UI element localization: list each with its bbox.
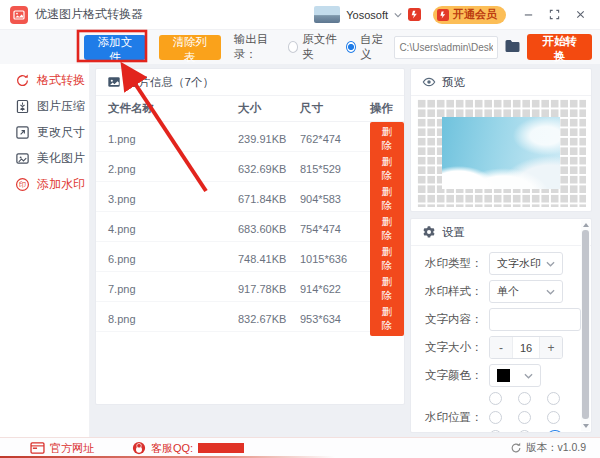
vip-button[interactable]: 开通会员 [433,6,506,24]
settings-title: 设置 [442,225,465,240]
chevron-down-icon[interactable] [394,12,402,18]
minus-button[interactable]: - [490,337,512,358]
plus-button[interactable]: + [540,337,562,358]
watermark-style-select[interactable]: 单个 [489,280,563,303]
delete-button[interactable]: 删除 [370,302,404,336]
clear-list-button[interactable]: 清除列表 [159,35,221,60]
scrollbar-thumb[interactable] [582,230,589,419]
sidebar-item-beautify-image[interactable]: 美化图片 [0,145,89,171]
settings-header: 设置 [411,219,591,246]
file-rows: 1.png239.91KB762*474删除2.png632.69KB815*5… [96,122,404,332]
qq-icon [132,441,146,455]
start-convert-button[interactable]: 开始转换 [527,34,592,60]
file-name: 4.png [108,223,238,235]
sidebar-item-label: 更改尺寸 [37,124,85,141]
watermark-text-label: 文字内容： [425,312,489,327]
font-color-label: 文字颜色： [425,368,489,383]
svg-text:印: 印 [19,181,26,188]
version-info: 版本：v1.0.9 [510,441,586,455]
delete-button[interactable]: 删除 [370,272,404,306]
delete-button[interactable]: 删除 [370,152,404,186]
browser-icon [30,442,45,454]
col-dimensions: 尺寸 [300,101,370,116]
watermark-position-radio-0[interactable] [489,392,502,405]
redacted-qq-number [198,443,244,453]
support-qq: 客服QQ: [132,441,244,456]
radio-custom-folder[interactable]: 自定义 [346,32,388,62]
sidebar-item-resize[interactable]: 更改尺寸 [0,119,89,145]
watermark-position-radio-6[interactable] [489,430,502,433]
delete-button[interactable]: 删除 [370,212,404,246]
app-window: 优速图片格式转换器 Yososoft 开通会员 [0,0,600,458]
refresh-icon[interactable] [510,442,522,454]
username: Yososoft [346,9,388,21]
sidebar-item-label: 添加水印 [37,176,85,193]
watermark-position-radio-7[interactable] [518,430,531,433]
delete-button[interactable]: 删除 [370,242,404,276]
delete-button[interactable]: 删除 [370,122,404,156]
preview-header: 预览 [411,69,591,96]
radio-circle-checked [346,41,356,53]
table-row: 1.png239.91KB762*474删除 [96,122,404,152]
col-filename: 文件名称 [108,101,238,116]
file-size: 832.67KB [238,313,300,325]
table-row: 4.png683.60KB754*474删除 [96,212,404,242]
font-color-select[interactable] [489,364,541,387]
sidebar-item-image-compress[interactable]: 图片压缩 [0,93,89,119]
sidebar-item-watermark-stamp[interactable]: 印添加水印 [0,171,89,197]
file-panel-header: 图片信息（7个） [96,69,404,96]
file-dimensions: 754*474 [300,223,370,235]
avatar[interactable] [314,6,340,23]
maximize-button[interactable] [544,5,564,25]
sidebar: 格式转换图片压缩更改尺寸美化图片印添加水印 [0,64,90,437]
minimize-button[interactable] [518,5,538,25]
add-files-button[interactable]: 添加文件 [84,35,146,60]
file-name: 7.png [108,283,238,295]
close-button[interactable] [570,5,590,25]
watermark-type-select[interactable]: 文字水印 [489,252,563,275]
radio-original-folder[interactable]: 原文件夹 [288,32,340,62]
format-convert-icon [15,73,30,88]
table-header: 文件名称 大小 尺寸 操作 [96,96,404,122]
watermark-type-label: 水印类型： [425,256,489,271]
scroll-up-icon[interactable] [583,223,589,227]
vip-icon [437,9,449,21]
watermark-position-radio-3[interactable] [489,411,502,424]
watermark-position-radio-4[interactable] [518,411,531,424]
file-dimensions: 762*474 [300,133,370,145]
watermark-stamp-icon: 印 [15,177,30,192]
file-size: 683.60KB [238,223,300,235]
file-dimensions: 953*634 [300,313,370,325]
radio-circle [288,41,298,53]
scroll-down-icon[interactable] [583,424,589,428]
output-path-input[interactable] [394,36,498,59]
sidebar-item-label: 图片压缩 [37,98,85,115]
folder-icon[interactable] [504,39,521,55]
watermark-position-radio-5[interactable] [547,411,560,424]
file-size: 748.41KB [238,253,300,265]
toolbar: 添加文件 清除列表 输出目录： 原文件夹 自定义 开始转换 [0,30,600,64]
watermark-text-input[interactable] [489,308,581,331]
watermark-position-label: 水印位置： [425,410,489,425]
col-actions: 操作 [370,101,404,116]
sidebar-item-format-convert[interactable]: 格式转换 [0,67,89,93]
watermark-position-radio-8[interactable] [547,430,563,433]
watermark-position-grid [489,392,560,433]
output-dir-label: 输出目录： [234,32,282,62]
file-size: 917.78KB [238,283,300,295]
delete-button[interactable]: 删除 [370,182,404,216]
file-name: 1.png [108,133,238,145]
file-dimensions: 815*529 [300,163,370,175]
settings-body: 水印类型： 文字水印 水印样式： 单个 文字内容： [411,246,591,433]
image-compress-icon [15,99,30,114]
scrollbar[interactable] [581,220,590,431]
preview-eye-icon [422,75,436,89]
watermark-position-radio-1[interactable] [518,392,531,405]
font-size-stepper: - 16 + [489,336,563,359]
file-name: 8.png [108,313,238,325]
sidebar-item-label: 格式转换 [37,72,85,89]
table-row: 7.png917.78KB914*622删除 [96,272,404,302]
official-site-link[interactable]: 官方网址 [30,441,94,456]
font-size-value: 16 [512,337,540,358]
watermark-position-radio-2[interactable] [547,392,560,405]
